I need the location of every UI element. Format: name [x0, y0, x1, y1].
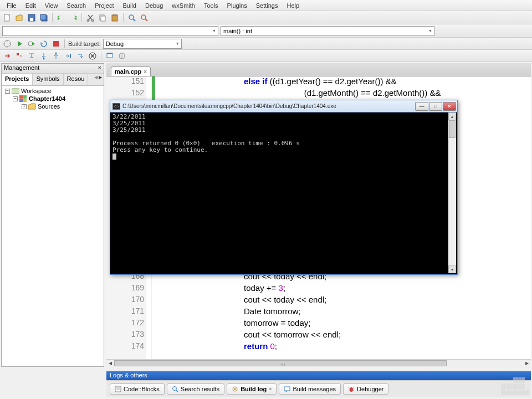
step-into-button[interactable]	[39, 51, 49, 61]
rebuild-button[interactable]	[39, 39, 49, 49]
debug-continue-button[interactable]	[2, 51, 12, 61]
main-toolbar	[0, 11, 532, 24]
close-log-icon[interactable]: ×	[269, 386, 272, 392]
console-titlebar[interactable]: C:\ C:\Users\mmcmillan\Documents\learnin…	[110, 100, 457, 112]
svg-rect-34	[284, 387, 290, 391]
run-button[interactable]	[14, 39, 24, 49]
menu-file[interactable]: File	[2, 1, 21, 10]
new-file-button[interactable]	[2, 13, 12, 23]
undo-button[interactable]	[56, 13, 66, 23]
paste-button[interactable]	[110, 13, 120, 23]
svg-point-11	[129, 15, 134, 19]
menu-search[interactable]: Search	[62, 1, 90, 10]
menu-plugins[interactable]: Plugins	[223, 1, 252, 10]
copy-button[interactable]	[98, 13, 108, 23]
maximize-button[interactable]: □	[429, 102, 442, 111]
workspace-icon	[12, 88, 19, 94]
menu-debug[interactable]: Debug	[141, 1, 167, 10]
folder-icon	[28, 103, 36, 110]
next-line-button[interactable]	[27, 51, 37, 61]
cut-button[interactable]	[85, 13, 95, 23]
console-vertical-scrollbar[interactable]: ▲ ▼	[448, 112, 456, 273]
svg-point-31	[172, 386, 176, 390]
console-window: C:\ C:\Users\mmcmillan\Documents\learnin…	[110, 100, 458, 275]
svg-rect-16	[17, 53, 19, 55]
scrollbar-thumb[interactable]: ⁞⁞⁞	[114, 360, 447, 366]
build-run-button[interactable]	[27, 39, 37, 49]
management-panel: Management × Projects Symbols Resou ◀ ▶ …	[1, 63, 104, 367]
open-file-button[interactable]	[14, 13, 24, 23]
expand-icon[interactable]: +	[22, 104, 27, 109]
function-combo[interactable]: main() : int	[221, 26, 434, 36]
menu-bar: File Edit View Search Project Build Debu…	[0, 0, 532, 11]
menu-tools[interactable]: Tools	[200, 1, 223, 10]
build-target-combo[interactable]: Debug	[103, 39, 182, 49]
minimize-button[interactable]: —	[415, 102, 428, 111]
stop-debugger-button[interactable]	[88, 51, 98, 61]
svg-rect-46	[513, 377, 519, 383]
log-tab-build-log[interactable]: Build log ×	[227, 383, 277, 395]
menu-edit[interactable]: Edit	[21, 1, 40, 10]
step-out-button[interactable]	[51, 51, 61, 61]
build-toolbar: Build target: Debug	[0, 38, 532, 50]
collapse-icon[interactable]: −	[13, 96, 18, 101]
find-button[interactable]	[127, 13, 137, 23]
next-instr-button[interactable]	[63, 51, 73, 61]
scroll-down-icon[interactable]: ▼	[448, 265, 456, 273]
management-title: Management	[4, 64, 39, 73]
svg-point-12	[141, 15, 146, 19]
tree-workspace[interactable]: − Workspace	[3, 87, 103, 95]
debugging-windows-button[interactable]	[105, 51, 115, 61]
menu-wxsmith[interactable]: wxSmith	[167, 1, 200, 10]
svg-rect-22	[107, 53, 112, 54]
svg-point-17	[43, 58, 45, 59]
editor-horizontal-scrollbar[interactable]: ◀ ⁞⁞⁞ ▶	[106, 359, 531, 367]
project-tree: − Workspace − Chapter1404 + Sources	[2, 86, 104, 111]
menu-help[interactable]: Help	[282, 1, 304, 10]
build-button[interactable]	[2, 39, 12, 49]
close-window-button[interactable]: ✕	[443, 102, 456, 111]
tab-nav-left-icon[interactable]: ◀	[94, 75, 98, 80]
svg-rect-41	[519, 390, 525, 395]
find-replace-button[interactable]	[139, 13, 149, 23]
info-button[interactable]: i	[117, 51, 127, 61]
scroll-right-icon[interactable]: ▶	[523, 360, 531, 367]
close-tab-icon[interactable]: ×	[144, 69, 147, 75]
menu-view[interactable]: View	[40, 1, 63, 10]
log-tab-build-messages[interactable]: Build messages	[279, 383, 341, 395]
save-button[interactable]	[27, 13, 37, 23]
scope-combo[interactable]	[2, 26, 218, 36]
svg-rect-29	[23, 99, 27, 102]
log-tab-debugger[interactable]: Debugger	[343, 383, 388, 395]
step-into-instr-button[interactable]	[75, 51, 85, 61]
scrollbar-thumb[interactable]	[449, 120, 456, 138]
tab-symbols[interactable]: Symbols	[33, 74, 63, 85]
svg-rect-45	[525, 390, 529, 395]
tab-resources[interactable]: Resou	[64, 74, 89, 85]
run-to-cursor-button[interactable]	[14, 51, 24, 61]
redo-button[interactable]	[68, 13, 78, 23]
svg-rect-43	[519, 377, 525, 383]
svg-rect-4	[40, 14, 46, 20]
scroll-left-icon[interactable]: ◀	[106, 360, 114, 367]
tab-nav-right-icon[interactable]: ▶	[98, 75, 103, 80]
menu-project[interactable]: Project	[90, 1, 118, 10]
tree-project[interactable]: − Chapter1404	[3, 95, 103, 103]
abort-button[interactable]	[51, 39, 61, 49]
menu-build[interactable]: Build	[118, 1, 140, 10]
editor-tab-main[interactable]: main.cpp ×	[111, 66, 151, 76]
collapse-icon[interactable]: −	[5, 89, 10, 94]
logs-tabs: Code::Blocks Search results Build log × …	[106, 380, 531, 397]
save-all-button[interactable]	[39, 13, 49, 23]
log-tab-codeblocks[interactable]: Code::Blocks	[110, 383, 165, 395]
menu-settings[interactable]: Settings	[252, 1, 283, 10]
log-tab-search[interactable]: Search results	[167, 383, 224, 395]
console-output[interactable]: 3/22/2011 3/25/2011 3/25/2011 Process re…	[111, 112, 448, 273]
tab-projects[interactable]: Projects	[2, 74, 33, 85]
close-icon[interactable]: ×	[98, 64, 101, 73]
management-tabs: Projects Symbols Resou ◀ ▶	[2, 74, 104, 86]
scroll-up-icon[interactable]: ▲	[448, 112, 456, 120]
svg-rect-36	[501, 383, 507, 389]
scope-toolbar: main() : int	[0, 24, 532, 38]
tree-sources-folder[interactable]: + Sources	[3, 103, 103, 110]
